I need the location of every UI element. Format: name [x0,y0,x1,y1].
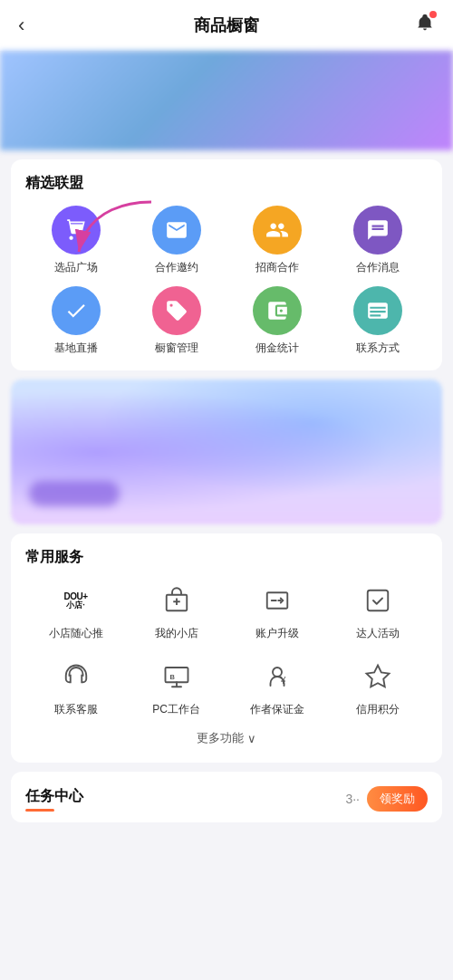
hezuo-yaoyu-icon [152,206,201,255]
jingxuan-item-chuchuang[interactable]: 橱窗管理 [126,286,226,356]
jingxuan-grid: 选品广场 合作邀约 招商合作 合作消息 [25,206,428,356]
service-my-shop[interactable]: 我的小店 [126,580,226,641]
chuchuang-icon [152,286,201,335]
service-xiaodian-push[interactable]: DOU+ 小店· 小店随心推 [25,580,126,641]
lianxi-label: 联系方式 [356,341,400,356]
svg-rect-2 [266,592,287,609]
services-grid: DOU+ 小店· 小店随心推 我的小店 [25,580,428,717]
customer-service-label: 联系客服 [54,702,98,717]
jingxuan-item-jidi[interactable]: 基地直播 [25,286,126,356]
task-center-title: 任务中心 [25,787,83,806]
notification-dot [429,11,437,18]
customer-service-icon [55,656,97,697]
pc-work-icon: B [156,656,198,697]
svg-text:B: B [169,673,175,681]
xuanpin-icon [52,206,101,255]
yongjin-label: 佣金统计 [255,341,299,356]
jidi-icon [52,286,101,335]
jingxuan-item-yongjin[interactable]: 佣金统计 [226,286,327,356]
author-deposit-label: 作者保证金 [250,702,304,717]
my-shop-icon [156,580,198,621]
more-label: 更多功能 [197,730,244,746]
service-pc-work[interactable]: B PC工作台 [126,656,226,717]
back-button[interactable]: ‹ [18,14,24,37]
my-shop-label: 我的小店 [155,626,198,641]
common-services-title: 常用服务 [25,548,428,567]
task-title-underline [25,809,54,812]
header: ‹ 商品橱窗 [0,0,453,51]
xiaodian-push-label: 小店随心推 [49,626,103,641]
task-center-right: 3·· 领奖励 [345,786,428,812]
service-account-upgrade[interactable]: 账户升级 [226,580,327,641]
hezuo-xiaoxi-label: 合作消息 [356,260,400,275]
zhaoshang-label: 招商合作 [255,260,299,275]
zhaoshang-icon [253,206,302,255]
xuanpin-label: 选品广场 [54,260,98,275]
jingxuan-item-hezuo-yaoyu[interactable]: 合作邀约 [126,206,226,275]
account-upgrade-icon [256,580,298,621]
account-upgrade-label: 账户升级 [255,626,299,641]
jingxuan-section: 精选联盟 选品广场 合作邀约 [11,159,442,370]
task-cta-button[interactable]: 领奖励 [367,786,428,812]
jingxuan-item-lianxi[interactable]: 联系方式 [327,286,428,356]
xiaodian-push-icon: DOU+ 小店· [55,580,97,621]
bell-button[interactable] [415,13,435,38]
more-functions-button[interactable]: 更多功能 ∨ [25,721,428,755]
task-center-left: 任务中心 [25,787,83,812]
jingxuan-item-xuanpin[interactable]: 选品广场 [25,206,126,275]
jingxuan-item-hezuo-xiaoxi[interactable]: 合作消息 [327,206,428,275]
hezuo-xiaoxi-icon [353,206,402,255]
service-talent-activity[interactable]: 达人活动 [327,580,428,641]
hezuo-yaoyu-label: 合作邀约 [155,260,198,275]
page-title: 商品橱窗 [194,14,259,36]
svg-rect-3 [367,591,388,611]
jidi-label: 基地直播 [54,341,98,356]
middle-banner [11,380,442,524]
talent-activity-icon [357,580,399,621]
jingxuan-item-zhaoshang[interactable]: 招商合作 [226,206,327,275]
task-count: 3·· [345,792,360,806]
svg-text:¥: ¥ [279,676,285,686]
service-customer-service[interactable]: 联系客服 [25,656,126,717]
service-author-deposit[interactable]: ¥ 作者保证金 [226,656,327,717]
chuchuang-label: 橱窗管理 [155,341,198,356]
svg-rect-4 [165,668,188,682]
service-credit-score[interactable]: 信用积分 [327,656,428,717]
chevron-down-icon: ∨ [247,732,256,745]
task-center-section: 任务中心 3·· 领奖励 [11,772,442,822]
pc-work-label: PC工作台 [152,702,200,717]
credit-score-label: 信用积分 [356,702,400,717]
credit-score-icon [357,656,399,697]
yongjin-icon [253,286,302,335]
banner-cta-blur [29,481,120,506]
author-deposit-icon: ¥ [256,656,298,697]
lianxi-icon [353,286,402,335]
talent-activity-label: 达人活动 [356,626,400,641]
top-banner [0,51,453,150]
common-services-section: 常用服务 DOU+ 小店· 小店随心推 我的小店 [11,533,442,763]
jingxuan-title: 精选联盟 [25,174,428,193]
